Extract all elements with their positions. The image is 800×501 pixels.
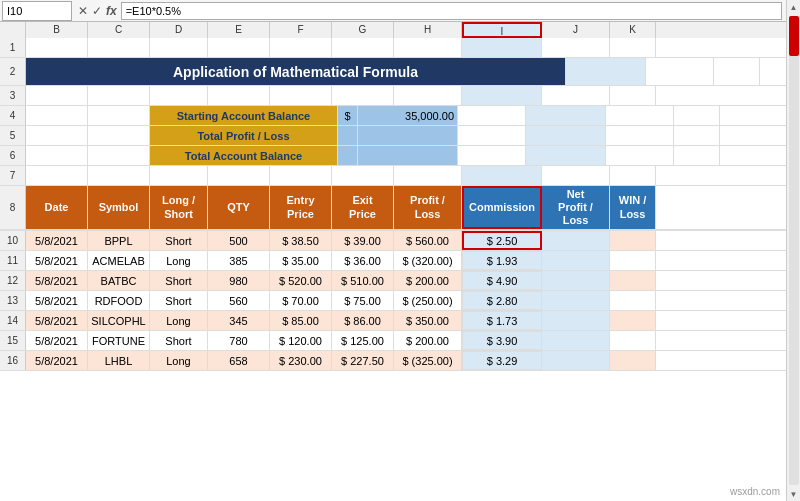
cell-comm-14[interactable]: $ 1.73 bbox=[462, 311, 542, 330]
cell-wl-11[interactable] bbox=[610, 251, 656, 270]
cell-g3[interactable] bbox=[332, 86, 394, 105]
cell-h1[interactable] bbox=[394, 38, 462, 57]
cell-ls-15[interactable]: Short bbox=[150, 331, 208, 350]
cell-xp-14[interactable]: $ 86.00 bbox=[332, 311, 394, 330]
cell-xp-15[interactable]: $ 125.00 bbox=[332, 331, 394, 350]
cell-h4[interactable] bbox=[458, 106, 526, 125]
cell-i6[interactable] bbox=[526, 146, 606, 165]
cell-c1[interactable] bbox=[88, 38, 150, 57]
cell-symbol-13[interactable]: RDFOOD bbox=[88, 291, 150, 310]
cell-ep-10[interactable]: $ 38.50 bbox=[270, 231, 332, 250]
cell-b1[interactable] bbox=[26, 38, 88, 57]
scrollbar-vertical[interactable]: ▲ ▼ bbox=[786, 0, 800, 501]
cell-pl-12[interactable]: $ 200.00 bbox=[394, 271, 462, 290]
cell-k1[interactable] bbox=[610, 38, 656, 57]
cell-h6[interactable] bbox=[458, 146, 526, 165]
cell-f1[interactable] bbox=[270, 38, 332, 57]
cell-ep-11[interactable]: $ 35.00 bbox=[270, 251, 332, 270]
cell-wl-14[interactable] bbox=[610, 311, 656, 330]
cell-i7[interactable] bbox=[462, 166, 542, 185]
cell-npl-10[interactable] bbox=[542, 231, 610, 250]
cell-ep-13[interactable]: $ 70.00 bbox=[270, 291, 332, 310]
cell-date-12[interactable]: 5/8/2021 bbox=[26, 271, 88, 290]
cell-b6[interactable] bbox=[26, 146, 88, 165]
cell-f3[interactable] bbox=[270, 86, 332, 105]
cell-ep-15[interactable]: $ 120.00 bbox=[270, 331, 332, 350]
cell-xp-13[interactable]: $ 75.00 bbox=[332, 291, 394, 310]
cell-k6[interactable] bbox=[674, 146, 720, 165]
cell-wl-13[interactable] bbox=[610, 291, 656, 310]
cell-qty-11[interactable]: 385 bbox=[208, 251, 270, 270]
cell-ls-14[interactable]: Long bbox=[150, 311, 208, 330]
cell-npl-14[interactable] bbox=[542, 311, 610, 330]
cell-e7[interactable] bbox=[208, 166, 270, 185]
cell-symbol-16[interactable]: LHBL bbox=[88, 351, 150, 370]
cell-c5[interactable] bbox=[88, 126, 150, 145]
cell-k7[interactable] bbox=[610, 166, 656, 185]
cell-k2[interactable] bbox=[714, 58, 760, 85]
cell-npl-15[interactable] bbox=[542, 331, 610, 350]
col-header-b[interactable]: B bbox=[26, 22, 88, 38]
cell-qty-14[interactable]: 345 bbox=[208, 311, 270, 330]
cell-wl-16[interactable] bbox=[610, 351, 656, 370]
cell-j5[interactable] bbox=[606, 126, 674, 145]
cell-npl-11[interactable] bbox=[542, 251, 610, 270]
cell-k3[interactable] bbox=[610, 86, 656, 105]
title-cell[interactable]: Application of Mathematical Formula bbox=[26, 58, 566, 85]
cell-qty-15[interactable]: 780 bbox=[208, 331, 270, 350]
cell-pl-16[interactable]: $ (325.00) bbox=[394, 351, 462, 370]
col-header-d[interactable]: D bbox=[150, 22, 208, 38]
cell-c7[interactable] bbox=[88, 166, 150, 185]
cell-symbol-11[interactable]: ACMELAB bbox=[88, 251, 150, 270]
cell-symbol-14[interactable]: SILCOPHL bbox=[88, 311, 150, 330]
cell-ls-11[interactable]: Long bbox=[150, 251, 208, 270]
cell-comm-15[interactable]: $ 3.90 bbox=[462, 331, 542, 350]
scroll-down-arrow[interactable]: ▼ bbox=[787, 487, 801, 501]
total-profit-dollar[interactable] bbox=[338, 126, 358, 145]
col-header-c[interactable]: C bbox=[88, 22, 150, 38]
cell-g7[interactable] bbox=[332, 166, 394, 185]
cell-j3[interactable] bbox=[542, 86, 610, 105]
cell-wl-15[interactable] bbox=[610, 331, 656, 350]
cell-date-16[interactable]: 5/8/2021 bbox=[26, 351, 88, 370]
cell-j7[interactable] bbox=[542, 166, 610, 185]
cell-qty-12[interactable]: 980 bbox=[208, 271, 270, 290]
cell-comm-12[interactable]: $ 4.90 bbox=[462, 271, 542, 290]
cell-reference-box[interactable]: I10 bbox=[2, 1, 72, 21]
cell-j4[interactable] bbox=[606, 106, 674, 125]
cell-d1[interactable] bbox=[150, 38, 208, 57]
cell-xp-16[interactable]: $ 227.50 bbox=[332, 351, 394, 370]
cell-c3[interactable] bbox=[88, 86, 150, 105]
col-header-h[interactable]: H bbox=[394, 22, 462, 38]
cell-pl-14[interactable]: $ 350.00 bbox=[394, 311, 462, 330]
cell-e3[interactable] bbox=[208, 86, 270, 105]
col-header-f[interactable]: F bbox=[270, 22, 332, 38]
cell-xp-10[interactable]: $ 39.00 bbox=[332, 231, 394, 250]
cell-symbol-10[interactable]: BPPL bbox=[88, 231, 150, 250]
scroll-thumb[interactable] bbox=[789, 16, 799, 56]
cell-date-11[interactable]: 5/8/2021 bbox=[26, 251, 88, 270]
cell-ls-16[interactable]: Long bbox=[150, 351, 208, 370]
cell-i5[interactable] bbox=[526, 126, 606, 145]
total-profit-label[interactable]: Total Profit / Loss bbox=[150, 126, 338, 145]
cell-k5[interactable] bbox=[674, 126, 720, 145]
cell-comm-11[interactable]: $ 1.93 bbox=[462, 251, 542, 270]
cell-npl-13[interactable] bbox=[542, 291, 610, 310]
cell-qty-10[interactable]: 500 bbox=[208, 231, 270, 250]
cell-ep-12[interactable]: $ 520.00 bbox=[270, 271, 332, 290]
cell-date-15[interactable]: 5/8/2021 bbox=[26, 331, 88, 350]
cell-wl-12[interactable] bbox=[610, 271, 656, 290]
cell-h7[interactable] bbox=[394, 166, 462, 185]
cell-c4[interactable] bbox=[88, 106, 150, 125]
cell-comm-10[interactable]: $ 2.50 bbox=[462, 231, 542, 250]
cell-ls-10[interactable]: Short bbox=[150, 231, 208, 250]
cell-symbol-12[interactable]: BATBC bbox=[88, 271, 150, 290]
cell-comm-13[interactable]: $ 2.80 bbox=[462, 291, 542, 310]
cell-date-14[interactable]: 5/8/2021 bbox=[26, 311, 88, 330]
starting-balance-value[interactable]: 35,000.00 bbox=[358, 106, 458, 125]
cell-k4[interactable] bbox=[674, 106, 720, 125]
starting-balance-dollar[interactable]: $ bbox=[338, 106, 358, 125]
cell-pl-13[interactable]: $ (250.00) bbox=[394, 291, 462, 310]
cell-wl-10[interactable] bbox=[610, 231, 656, 250]
total-profit-value[interactable] bbox=[358, 126, 458, 145]
